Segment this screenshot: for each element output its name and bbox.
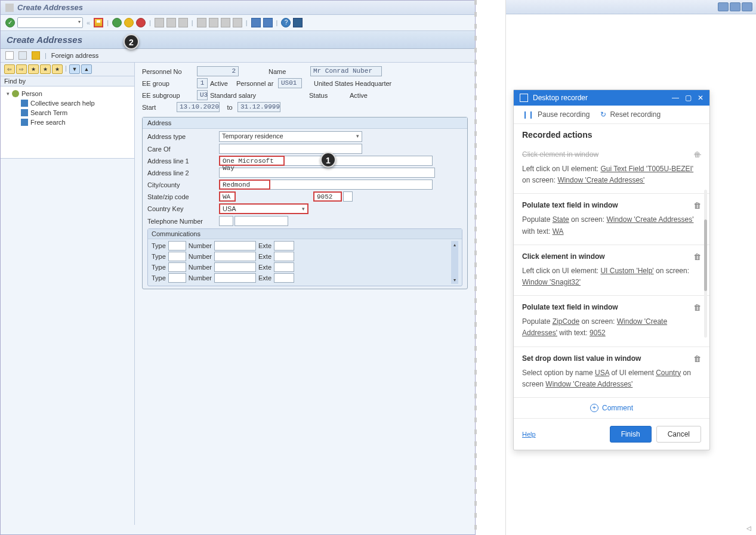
persarea-text: United States Headquarter <box>311 80 391 87</box>
minimize-icon[interactable] <box>718 2 729 11</box>
nav-collapse-icon[interactable]: ▲ <box>81 64 92 74</box>
tree-searchterm[interactable]: Search Term <box>4 108 131 117</box>
find-icon[interactable] <box>166 18 176 27</box>
delete-icon[interactable]: 🗑 <box>693 354 701 363</box>
ui-element-link[interactable]: Gui Text Field 'T005U-BEZEI' <box>600 165 693 173</box>
callout-two: 2 <box>124 34 139 50</box>
delete-icon[interactable]: 🗑 <box>694 150 701 159</box>
delete-icon[interactable]: 🗑 <box>693 303 701 312</box>
nav-star3-icon[interactable]: ★ <box>52 64 63 74</box>
state-label: State/zip code <box>147 193 219 200</box>
desktop-recorder-window: Desktop recorder — ▢ ✕ ❙❙ Pause recordin… <box>513 89 710 450</box>
shortcut-icon[interactable] <box>263 18 273 27</box>
persarea-field: US01 <box>278 78 302 88</box>
action-card: 🗑 Polulate text field in window Populate… <box>514 295 709 346</box>
comm-row: Type Number Exte <box>152 241 451 251</box>
last-page-icon[interactable] <box>233 18 242 27</box>
recorder-footer: Help Finish Cancel <box>514 418 709 450</box>
comm-scrollbar[interactable]: ▴▾ <box>451 241 458 284</box>
tel-prefix-field[interactable] <box>219 216 233 226</box>
page-heading: Create Addresses <box>1 31 475 49</box>
prev-page-icon[interactable] <box>209 18 218 27</box>
county-field[interactable] <box>270 180 433 190</box>
comm-row: Type Number Exte <box>152 262 451 272</box>
nav-back-icon[interactable]: ⇦ <box>4 64 15 74</box>
nav-expand-icon[interactable]: ▼ <box>69 64 80 74</box>
comm-ext-field[interactable] <box>274 241 294 251</box>
nav-star2-icon[interactable]: ★ <box>40 64 51 74</box>
overview-icon[interactable] <box>32 51 40 60</box>
line1-field-ext[interactable] <box>285 156 433 166</box>
address-panel: Address Address type Temporary residence… <box>142 117 468 289</box>
eesubgroup-text: Standard salary <box>208 92 273 99</box>
sap-window: Create Addresses « | | | | | ? <box>0 0 476 535</box>
rec-minimize-icon[interactable]: — <box>672 94 679 102</box>
tel-label: Telephone Number <box>147 218 219 225</box>
tree-person[interactable]: ▾ Person <box>4 89 131 98</box>
zip-ext-field[interactable] <box>343 191 353 202</box>
delete-icon[interactable]: 🗑 <box>693 201 701 210</box>
tree-collective[interactable]: Collective search help <box>4 98 131 108</box>
delete-icon[interactable]: 🗑 <box>693 252 701 261</box>
next-page-icon[interactable] <box>221 18 230 27</box>
first-page-icon[interactable] <box>197 18 206 27</box>
pause-recording-button[interactable]: ❙❙ Pause recording <box>522 110 590 119</box>
city-label: City/county <box>147 181 219 188</box>
left-nav: ⇦ ⇨ ★ ★ ★ | ▼ ▲ Find by ▾ Person <box>1 63 135 525</box>
command-field[interactable] <box>17 17 83 28</box>
finish-button[interactable]: Finish <box>610 426 652 443</box>
add-comment-button[interactable]: + Comment <box>514 397 709 418</box>
resize-handle-icon[interactable]: ◁ <box>746 525 751 531</box>
to-label: to <box>220 104 237 111</box>
rec-close-icon[interactable]: ✕ <box>698 94 703 102</box>
rec-maximize-icon[interactable]: ▢ <box>685 94 692 102</box>
sub-toolbar: | Foreign address <box>1 49 475 63</box>
reset-recording-button[interactable]: ↻ Reset recording <box>600 110 661 119</box>
end-field[interactable]: 31.12.9999 <box>237 102 280 112</box>
personnel-no-field[interactable]: 2 <box>197 66 239 76</box>
line1-field[interactable]: One Microsoft Way <box>219 156 285 166</box>
print-icon[interactable] <box>155 18 164 27</box>
screen-link[interactable]: Window 'Create Addresses' <box>557 176 644 184</box>
save-icon[interactable] <box>94 18 103 27</box>
eegroup-label: EE group <box>142 80 197 87</box>
city-field[interactable]: Redmond <box>219 180 270 190</box>
close-icon[interactable] <box>742 2 752 11</box>
cancel-button[interactable]: Cancel <box>656 426 701 443</box>
titlebar: Create Addresses <box>1 1 475 15</box>
line2-field[interactable] <box>219 168 435 178</box>
zip-field[interactable]: 9052 <box>313 191 342 202</box>
nav-star-icon[interactable]: ★ <box>28 64 39 74</box>
addrtype-dropdown[interactable]: Temporary residence <box>219 131 362 142</box>
enter-icon[interactable] <box>5 18 15 27</box>
nav-fwd-icon[interactable]: ⇨ <box>16 64 27 74</box>
doc-icon[interactable] <box>5 51 14 60</box>
recorder-scrollbar[interactable] <box>704 190 707 338</box>
name-label: Name <box>269 68 310 75</box>
state-field[interactable]: WA <box>219 191 236 202</box>
back-icon[interactable] <box>112 18 122 27</box>
help-link[interactable]: Help <box>522 431 536 438</box>
recorder-app-icon <box>520 94 528 102</box>
maximize-icon[interactable] <box>730 2 740 11</box>
exit-icon[interactable] <box>124 18 134 27</box>
help-icon[interactable]: ? <box>281 18 291 27</box>
copy-icon[interactable] <box>18 51 27 60</box>
careof-field[interactable] <box>219 144 362 154</box>
comm-row: Type Number Exte <box>152 252 451 261</box>
name-field: Mr Conrad Nuber <box>310 66 382 76</box>
action-card: 🗑 Polulate text field in window Populate… <box>514 193 709 244</box>
start-field[interactable]: 13.10.2020 <box>177 102 220 112</box>
tel-number-field[interactable] <box>234 216 288 226</box>
layout-icon[interactable] <box>293 18 303 27</box>
country-dropdown[interactable]: USA <box>219 203 308 214</box>
new-session-icon[interactable] <box>251 18 261 27</box>
comm-number-field[interactable] <box>214 241 256 251</box>
foreign-address-link[interactable]: Foreign address <box>51 52 99 59</box>
findnext-icon[interactable] <box>178 18 188 27</box>
cancel-icon[interactable] <box>136 18 146 27</box>
tree-freesearch[interactable]: Free search <box>4 117 131 127</box>
eesubgroup-label: EE subgroup <box>142 92 197 99</box>
right-titlebar <box>506 0 756 14</box>
comm-type-field[interactable] <box>168 241 186 251</box>
